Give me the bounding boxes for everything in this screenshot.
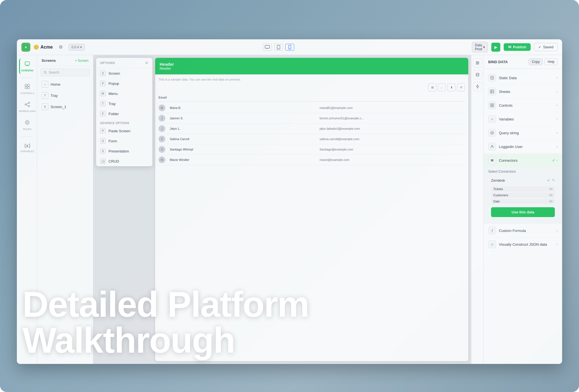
email-column-header: Email — [159, 96, 465, 99]
sidebar-item-variables[interactable]: ⟨x⟩ VARIABLES — [19, 140, 35, 156]
screen-search-box[interactable]: Search — [40, 69, 90, 76]
bind-data-list: Static Data › Sheets › — [484, 69, 562, 364]
bind-visually-construct[interactable]: ⟨⟩ Visually Construct JSON data › — [484, 238, 562, 251]
connectors-label: Connectors — [499, 158, 517, 163]
lightning-action-btn[interactable] — [473, 82, 482, 91]
bind-sheets[interactable]: Sheets › — [484, 85, 562, 99]
table-row[interactable]: S Santiago Whimpl Santiago@example.com — [159, 144, 465, 155]
database-action-btn[interactable] — [473, 70, 482, 79]
tablet-device-btn[interactable] — [274, 44, 283, 51]
bind-loggedin-user[interactable]: Loggedin User › — [484, 140, 562, 154]
sort-btn[interactable]: ↓ — [438, 83, 446, 91]
option-screen[interactable]: S Screen — [96, 68, 152, 78]
connectors-arrow: › — [557, 158, 558, 162]
options-close-button[interactable]: ✕ — [145, 61, 148, 65]
bind-static-data[interactable]: Static Data › — [484, 71, 562, 85]
avatar: S — [159, 146, 165, 153]
option-paste-screen[interactable]: P Paste Screen — [96, 126, 152, 136]
controls-bind-icon — [488, 101, 496, 109]
visually-arrow: › — [557, 242, 558, 246]
sheets-label: Sheets — [499, 90, 510, 94]
version-badge[interactable]: 0.0.4 ▾ — [69, 44, 85, 51]
desktop-device-btn[interactable] — [263, 44, 272, 51]
sidebar-divider-1 — [21, 78, 33, 78]
bind-connectors[interactable]: M Connectors ✓ › — [484, 154, 562, 167]
screen-item-screen1[interactable]: S Screen_1 — [37, 101, 93, 112]
download-btn[interactable]: ⬇ — [447, 83, 455, 91]
loggedin-arrow: › — [557, 145, 558, 149]
table-row[interactable]: M Macie Windler macie@example.com — [159, 155, 465, 165]
table-row[interactable]: J Jasmin S. formin.schumm51@example.c... — [159, 113, 465, 124]
screen-item-home[interactable]: ⌂ Home — [37, 79, 93, 90]
bind-data-actions: Copy Help — [529, 58, 558, 65]
save-button[interactable]: ✓ Saved — [534, 43, 558, 51]
screens-header: Screens + Screen — [37, 55, 93, 66]
svg-point-8 — [290, 48, 290, 49]
date-tag[interactable]: Date 49 — [491, 199, 555, 204]
screens-label: SCREENS — [21, 69, 33, 72]
sidebar-item-rules[interactable]: RULES — [19, 117, 35, 133]
table-row[interactable]: J Jalyn L. jalyn.labadio3@example.com — [159, 124, 465, 134]
option-tray[interactable]: T Tray — [96, 99, 152, 109]
bind-help-btn[interactable]: Help — [544, 58, 558, 65]
phone-device-btn[interactable] — [285, 44, 294, 51]
add-screen-button[interactable]: + Screen — [75, 59, 89, 63]
option-menu-label: Menu — [108, 92, 118, 96]
sheets-arrow: › — [557, 90, 558, 94]
data-prod-badge[interactable]: DataProd ▾ — [472, 42, 488, 53]
bind-controls[interactable]: Controls › — [484, 99, 562, 112]
option-form[interactable]: S Form — [96, 136, 152, 146]
presentation-label: Presentation — [108, 149, 129, 153]
svg-rect-41 — [490, 106, 492, 107]
bind-sheets-left: Sheets — [488, 88, 510, 95]
sidebar-item-screens[interactable]: SCREENS — [19, 58, 35, 74]
svg-rect-39 — [490, 104, 492, 105]
avatar: J — [159, 115, 165, 122]
option-popup[interactable]: P Popup — [96, 78, 152, 88]
options-title: OPTIONS — [100, 61, 115, 65]
connectors-header: Select Connectors — [488, 170, 558, 174]
screen-item-tray[interactable]: T Tray — [37, 90, 93, 101]
option-folder-icon: F — [100, 111, 106, 117]
option-menu[interactable]: M Menu — [96, 88, 152, 99]
svg-rect-14 — [28, 87, 30, 89]
refresh-btn[interactable]: ↺ — [457, 83, 465, 91]
publish-label: Publish — [513, 45, 526, 49]
sidebar-item-controls[interactable]: CONTROLS — [19, 81, 35, 97]
option-presentation[interactable]: S Presentation — [96, 146, 152, 156]
app-window: A Acme ⚙ 0.0.4 ▾ DataProd — [17, 39, 562, 364]
svg-point-44 — [492, 132, 493, 133]
bind-custom-formula[interactable]: ƒ Custom Formula › — [484, 224, 562, 238]
bind-variables[interactable]: x Variables › — [484, 112, 562, 126]
adjust-action-btn[interactable] — [473, 58, 482, 67]
use-data-button[interactable]: Use this data — [491, 207, 555, 217]
table-row[interactable]: M Maria B. mariaB1@example.com — [159, 103, 465, 113]
option-folder[interactable]: F Folder — [96, 109, 152, 119]
svg-rect-12 — [28, 84, 30, 86]
static-data-icon — [488, 74, 496, 82]
custom-formula-label: Custom Formula — [499, 229, 526, 233]
options-popup: OPTIONS ✕ S Screen P Popup M Menu T T — [96, 58, 152, 166]
play-button[interactable]: ▶ — [491, 43, 500, 52]
tickets-tag[interactable]: Tickets 49 — [491, 186, 555, 192]
table-row[interactable]: S Salima Carroll salima.carroll@example.… — [159, 134, 465, 144]
bind-copy-btn[interactable]: Copy — [529, 58, 543, 65]
settings-button[interactable]: ⚙ — [56, 43, 65, 52]
variables-bind-icon: x — [488, 115, 496, 123]
advance-options-title: ADVANCE OPTIONS — [96, 120, 152, 126]
sidebar-item-workflows[interactable]: WORKFLOWS — [19, 99, 35, 115]
option-crud[interactable]: ⬜ CRUD — [96, 156, 152, 166]
screens-panel: Screens + Screen Search ⌂ Home T Tray S … — [37, 55, 93, 364]
zendesk-edit-icon[interactable]: ✎ — [552, 178, 555, 182]
zendesk-connector[interactable]: Zendesk ✓ ✎ — [488, 176, 558, 185]
filter-btn[interactable]: ⊞ — [428, 83, 436, 91]
customers-tag[interactable]: Customers 49 — [491, 193, 555, 198]
bind-data-title: BIND DATA — [488, 60, 508, 64]
bind-query-string[interactable]: Query string › — [484, 126, 562, 140]
visually-construct-icon: ⟨⟩ — [488, 240, 496, 248]
bind-connectors-left: M Connectors — [488, 156, 517, 164]
publish-button[interactable]: ✉ Publish — [504, 43, 531, 51]
option-screen-icon: S — [100, 70, 106, 76]
screen-search-placeholder: Search — [49, 70, 59, 74]
device-switcher — [263, 44, 294, 51]
